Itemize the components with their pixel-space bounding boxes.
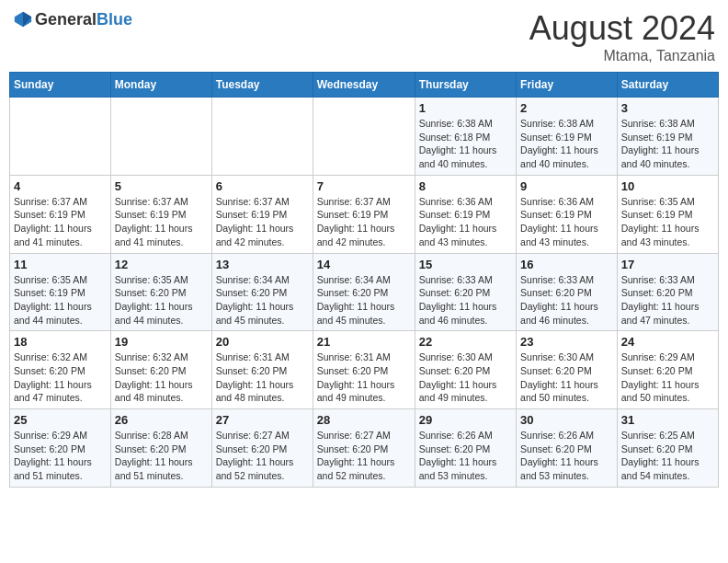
day-number: 7 (317, 179, 411, 193)
day-number: 20 (216, 335, 309, 349)
page-header: GeneralBlue August 2024 Mtama, Tanzania (9, 9, 719, 64)
calendar-cell (211, 98, 313, 176)
day-number: 17 (621, 258, 714, 271)
title-block: August 2024 Mtama, Tanzania (529, 9, 715, 64)
day-number: 10 (621, 179, 714, 193)
day-info: Sunrise: 6:30 AM Sunset: 6:20 PM Dayligh… (520, 350, 613, 405)
calendar-cell: 26Sunrise: 6:28 AM Sunset: 6:20 PM Dayli… (110, 409, 211, 488)
week-row-2: 11Sunrise: 6:35 AM Sunset: 6:19 PM Dayli… (10, 253, 719, 331)
day-number: 14 (317, 258, 411, 271)
day-info: Sunrise: 6:32 AM Sunset: 6:20 PM Dayligh… (14, 350, 107, 405)
day-info: Sunrise: 6:28 AM Sunset: 6:20 PM Dayligh… (115, 429, 208, 483)
calendar-cell: 7Sunrise: 6:37 AM Sunset: 6:19 PM Daylig… (313, 175, 415, 253)
day-number: 25 (14, 413, 107, 427)
calendar-cell: 16Sunrise: 6:33 AM Sunset: 6:20 PM Dayli… (517, 253, 618, 331)
calendar-cell: 1Sunrise: 6:38 AM Sunset: 6:18 PM Daylig… (415, 98, 516, 176)
day-info: Sunrise: 6:33 AM Sunset: 6:20 PM Dayligh… (419, 273, 512, 327)
week-row-0: 1Sunrise: 6:38 AM Sunset: 6:18 PM Daylig… (10, 98, 719, 176)
calendar-cell: 20Sunrise: 6:31 AM Sunset: 6:20 PM Dayli… (211, 331, 313, 409)
day-number: 31 (621, 413, 714, 427)
day-info: Sunrise: 6:35 AM Sunset: 6:19 PM Dayligh… (14, 273, 107, 327)
day-info: Sunrise: 6:37 AM Sunset: 6:19 PM Dayligh… (115, 195, 208, 249)
weekday-thursday: Thursday (415, 73, 516, 98)
calendar-cell: 9Sunrise: 6:36 AM Sunset: 6:19 PM Daylig… (517, 175, 618, 253)
calendar-cell: 22Sunrise: 6:30 AM Sunset: 6:20 PM Dayli… (415, 331, 516, 409)
day-info: Sunrise: 6:29 AM Sunset: 6:20 PM Dayligh… (14, 429, 107, 483)
logo-blue: Blue (97, 10, 132, 29)
calendar-cell: 14Sunrise: 6:34 AM Sunset: 6:20 PM Dayli… (313, 253, 415, 331)
calendar-cell (110, 98, 211, 176)
weekday-tuesday: Tuesday (211, 73, 313, 98)
day-number: 22 (419, 335, 512, 349)
day-number: 30 (520, 413, 613, 427)
day-info: Sunrise: 6:26 AM Sunset: 6:20 PM Dayligh… (419, 429, 512, 483)
calendar-cell: 11Sunrise: 6:35 AM Sunset: 6:19 PM Dayli… (10, 253, 111, 331)
weekday-friday: Friday (517, 73, 618, 98)
day-info: Sunrise: 6:27 AM Sunset: 6:20 PM Dayligh… (216, 429, 309, 483)
calendar-cell: 27Sunrise: 6:27 AM Sunset: 6:20 PM Dayli… (211, 409, 313, 488)
calendar-cell: 25Sunrise: 6:29 AM Sunset: 6:20 PM Dayli… (10, 409, 111, 488)
calendar-cell: 4Sunrise: 6:37 AM Sunset: 6:19 PM Daylig… (10, 175, 111, 253)
calendar-cell: 24Sunrise: 6:29 AM Sunset: 6:20 PM Dayli… (617, 331, 718, 409)
day-number: 23 (520, 335, 613, 349)
day-number: 13 (216, 258, 309, 271)
day-number: 29 (419, 413, 512, 427)
day-info: Sunrise: 6:34 AM Sunset: 6:20 PM Dayligh… (216, 273, 309, 327)
weekday-header-row: SundayMondayTuesdayWednesdayThursdayFrid… (10, 73, 719, 98)
day-info: Sunrise: 6:34 AM Sunset: 6:20 PM Dayligh… (317, 273, 411, 327)
calendar-cell: 28Sunrise: 6:27 AM Sunset: 6:20 PM Dayli… (313, 409, 415, 488)
calendar-cell (313, 98, 415, 176)
calendar-cell: 6Sunrise: 6:37 AM Sunset: 6:19 PM Daylig… (211, 175, 313, 253)
day-info: Sunrise: 6:27 AM Sunset: 6:20 PM Dayligh… (317, 429, 411, 483)
day-info: Sunrise: 6:30 AM Sunset: 6:20 PM Dayligh… (419, 350, 512, 405)
day-number: 3 (621, 101, 714, 115)
week-row-1: 4Sunrise: 6:37 AM Sunset: 6:19 PM Daylig… (10, 175, 719, 253)
day-info: Sunrise: 6:37 AM Sunset: 6:19 PM Dayligh… (216, 195, 309, 249)
day-info: Sunrise: 6:33 AM Sunset: 6:20 PM Dayligh… (520, 273, 613, 327)
day-info: Sunrise: 6:31 AM Sunset: 6:20 PM Dayligh… (216, 350, 309, 405)
day-number: 8 (419, 179, 512, 193)
calendar-table: SundayMondayTuesdayWednesdayThursdayFrid… (9, 72, 719, 488)
calendar-cell: 23Sunrise: 6:30 AM Sunset: 6:20 PM Dayli… (517, 331, 618, 409)
calendar-cell: 21Sunrise: 6:31 AM Sunset: 6:20 PM Dayli… (313, 331, 415, 409)
calendar-body: 1Sunrise: 6:38 AM Sunset: 6:18 PM Daylig… (10, 98, 719, 488)
week-row-4: 25Sunrise: 6:29 AM Sunset: 6:20 PM Dayli… (10, 409, 719, 488)
calendar-cell: 18Sunrise: 6:32 AM Sunset: 6:20 PM Dayli… (10, 331, 111, 409)
calendar-cell: 3Sunrise: 6:38 AM Sunset: 6:19 PM Daylig… (617, 98, 718, 176)
calendar-cell: 19Sunrise: 6:32 AM Sunset: 6:20 PM Dayli… (110, 331, 211, 409)
day-info: Sunrise: 6:31 AM Sunset: 6:20 PM Dayligh… (317, 350, 411, 405)
location-title: Mtama, Tanzania (529, 48, 715, 64)
day-number: 2 (520, 101, 613, 115)
logo: GeneralBlue (13, 9, 132, 29)
day-info: Sunrise: 6:36 AM Sunset: 6:19 PM Dayligh… (520, 195, 613, 249)
day-info: Sunrise: 6:38 AM Sunset: 6:19 PM Dayligh… (621, 117, 714, 171)
day-number: 16 (520, 258, 613, 271)
day-number: 18 (14, 335, 107, 349)
day-number: 15 (419, 258, 512, 271)
calendar-cell: 10Sunrise: 6:35 AM Sunset: 6:19 PM Dayli… (617, 175, 718, 253)
week-row-3: 18Sunrise: 6:32 AM Sunset: 6:20 PM Dayli… (10, 331, 719, 409)
day-info: Sunrise: 6:33 AM Sunset: 6:20 PM Dayligh… (621, 273, 714, 327)
calendar-cell: 17Sunrise: 6:33 AM Sunset: 6:20 PM Dayli… (617, 253, 718, 331)
day-number: 12 (115, 258, 208, 271)
day-number: 27 (216, 413, 309, 427)
calendar-cell: 8Sunrise: 6:36 AM Sunset: 6:19 PM Daylig… (415, 175, 516, 253)
month-title: August 2024 (529, 9, 715, 48)
logo-general: General (35, 10, 97, 29)
day-info: Sunrise: 6:36 AM Sunset: 6:19 PM Dayligh… (419, 195, 512, 249)
day-number: 26 (115, 413, 208, 427)
day-number: 28 (317, 413, 411, 427)
weekday-wednesday: Wednesday (313, 73, 415, 98)
calendar-cell: 2Sunrise: 6:38 AM Sunset: 6:19 PM Daylig… (517, 98, 618, 176)
day-info: Sunrise: 6:26 AM Sunset: 6:20 PM Dayligh… (520, 429, 613, 483)
weekday-sunday: Sunday (10, 73, 111, 98)
calendar-cell: 5Sunrise: 6:37 AM Sunset: 6:19 PM Daylig… (110, 175, 211, 253)
calendar-cell: 29Sunrise: 6:26 AM Sunset: 6:20 PM Dayli… (415, 409, 516, 488)
day-number: 1 (419, 101, 512, 115)
day-info: Sunrise: 6:35 AM Sunset: 6:20 PM Dayligh… (115, 273, 208, 327)
day-info: Sunrise: 6:35 AM Sunset: 6:19 PM Dayligh… (621, 195, 714, 249)
day-info: Sunrise: 6:38 AM Sunset: 6:19 PM Dayligh… (520, 117, 613, 171)
day-info: Sunrise: 6:38 AM Sunset: 6:18 PM Dayligh… (419, 117, 512, 171)
day-number: 9 (520, 179, 613, 193)
calendar-cell: 13Sunrise: 6:34 AM Sunset: 6:20 PM Dayli… (211, 253, 313, 331)
